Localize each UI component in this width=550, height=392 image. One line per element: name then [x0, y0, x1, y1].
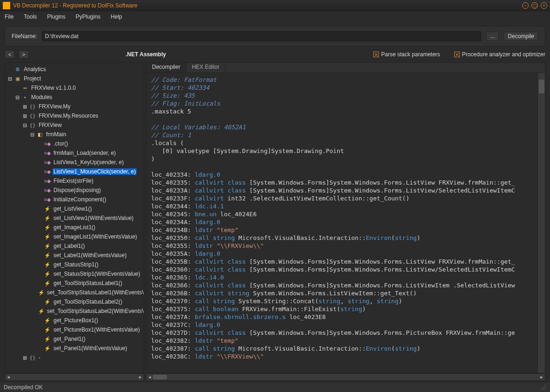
tree-row[interactable]: ⚡get_ToolStripStatusLabel1() [5, 279, 144, 288]
tree-row[interactable]: ⚡set_StatusStrip1(WithEventsValue) [5, 269, 144, 279]
scrollbar-thumb[interactable] [539, 80, 544, 93]
expand-icon[interactable]: ⊟ [22, 122, 27, 128]
tree-item-label: ListView1_MouseClick(sender, e) [53, 168, 137, 175]
tab-hex-editor[interactable]: HEX Editor [186, 63, 225, 73]
minimize-icon[interactable]: − [522, 2, 529, 9]
tree-item-label: frmMain_Load(sender, e) [53, 150, 117, 156]
menu-pyplugins[interactable]: PyPlugins [74, 13, 102, 21]
tree-row[interactable]: ⊟{}FRXView [5, 120, 144, 130]
expand-icon[interactable]: ⊞ [22, 113, 27, 119]
tree-item-label: get_ListView1() [53, 206, 93, 212]
tree-item-label: Project [23, 75, 42, 82]
expand-icon[interactable]: ⊟ [14, 94, 20, 100]
editor-tabstrip: Decompiler HEX Editor [146, 63, 545, 73]
project-tree-panel: ⚙Analytics⊟▣Project•▪FRXView v1.1.0.0⊟▪M… [5, 62, 144, 373]
tree-item-label: set_StatusStrip1(WithEventsValue) [53, 271, 141, 277]
tree-row[interactable]: ⚡set_Label1(WithEventsValue) [5, 251, 144, 260]
expand-icon[interactable]: ⊟ [29, 132, 35, 138]
tree-row[interactable]: ⚡set_ImageList1(WithEventsValue) [5, 232, 144, 241]
menu-file[interactable]: File [3, 13, 15, 21]
tree-row[interactable]: ≡◆InitializeComponent() [5, 195, 144, 204]
code-horizontal-scrollbar[interactable]: ◄ ► [146, 373, 545, 381]
tree-row[interactable]: ⚡get_ListView1() [5, 204, 144, 213]
tree-row[interactable]: ⚙Analytics [5, 65, 144, 74]
tree-row[interactable]: ⚡set_ToolStripStatusLabel1(WithEventsVal… [5, 288, 144, 297]
tree-row[interactable]: ⊞{}FRXView.My [5, 102, 144, 111]
tree-horizontal-scrollbar[interactable]: ◄ ► [5, 373, 144, 381]
tree-row[interactable]: •▪FRXView v1.1.0.0 [5, 83, 144, 93]
tree-row[interactable]: ⚡set_PictureBox1(WithEventsValue) [5, 325, 144, 334]
svg-rect-2 [544, 387, 545, 388]
tree-row[interactable]: ⚡set_Panel1(WithEventsValue) [5, 344, 144, 353]
scroll-right-icon[interactable]: ► [538, 374, 545, 380]
tree-row[interactable]: ⚡get_ToolStripStatusLabel2() [5, 297, 144, 306]
tree-item-label: FRXView.My [38, 103, 71, 110]
menu-tools[interactable]: Tools [22, 13, 39, 21]
tree-row[interactable]: ⚡set_ToolStripStatusLabel2(WithEventsVal… [5, 306, 144, 316]
titlebar: VB Decompiler 12 - Registered to DotFix … [0, 0, 550, 11]
tree-item-label: set_ToolStripStatusLabel2(WithEventsValu… [46, 308, 144, 314]
tree-item-label: - [38, 354, 41, 361]
nav-forward-button[interactable]: > [19, 50, 29, 59]
tree-row[interactable]: ⊟▪Modules [5, 93, 144, 102]
tree-row[interactable]: ⚡get_StatusStrip1() [5, 260, 144, 269]
tab-decompiler[interactable]: Decompiler [146, 63, 186, 73]
code-view[interactable]: // Code: FatFormat // Start: 402334 // S… [146, 73, 537, 373]
scroll-left-icon[interactable]: ◄ [146, 374, 153, 380]
project-tree[interactable]: ⚙Analytics⊟▣Project•▪FRXView v1.1.0.0⊟▪M… [5, 63, 144, 373]
tree-item-label: Modules [30, 94, 53, 100]
expand-icon[interactable]: ⊞ [22, 355, 27, 361]
checkbox-icon: ✕ [373, 52, 379, 57]
tree-row[interactable]: ≡◆frmMain_Load(sender, e) [5, 148, 144, 158]
tree-item-label: set_PictureBox1(WithEventsValue) [53, 326, 141, 333]
nav-back-button[interactable]: < [5, 50, 15, 59]
tree-row[interactable]: ⚡get_ImageList1() [5, 223, 144, 232]
check-parse-stack-label: Parse stack parameters [381, 51, 440, 58]
tree-item-label: Analytics [23, 66, 47, 73]
tree-row[interactable]: ≡◆FileExist(strFile) [5, 176, 144, 186]
close-icon[interactable]: × [541, 2, 547, 9]
check-proc-analyzer[interactable]: ✕ Procedure analyzer and optimizer [454, 51, 545, 58]
tree-row[interactable]: ⊟▣Project [5, 74, 144, 83]
tree-item-label: set_ToolStripStatusLabel1(WithEventsValu… [46, 289, 144, 296]
tree-row[interactable]: ≡◆.ctor() [5, 139, 144, 148]
assembly-type-label: .NET Assembly [126, 51, 166, 58]
tree-item-label: set_Panel1(WithEventsValue) [53, 345, 128, 352]
tree-row[interactable]: ⚡get_Label1() [5, 241, 144, 251]
scroll-right-icon[interactable]: ► [137, 374, 144, 380]
decompile-button[interactable]: Decompile [504, 32, 538, 41]
filename-input[interactable] [42, 31, 482, 41]
status-text: Decompiled OK [4, 384, 43, 391]
svg-rect-5 [544, 389, 545, 390]
tree-item-label: frmMain [45, 131, 67, 138]
menubar: File Tools Plugins PyPlugins Help [0, 11, 550, 22]
scroll-left-icon[interactable]: ◄ [5, 374, 12, 380]
vertical-scrollbar[interactable] [537, 73, 545, 373]
menu-plugins[interactable]: Plugins [45, 13, 67, 21]
scrollbar-thumb[interactable] [153, 375, 167, 379]
window-title: VB Decompiler 12 - Registered to DotFix … [13, 2, 522, 9]
tree-item-label: InitializeComponent() [53, 196, 107, 203]
tree-row[interactable]: ⊞{}- [5, 353, 144, 362]
check-parse-stack[interactable]: ✕ Parse stack parameters [373, 51, 440, 58]
checkbox-icon: ✕ [454, 52, 460, 57]
resize-grip-icon[interactable] [540, 384, 546, 391]
tree-row[interactable]: ⊟◧frmMain [5, 130, 144, 139]
expand-icon[interactable]: ⊞ [22, 104, 27, 110]
browse-button[interactable]: ... [486, 32, 499, 41]
tree-row[interactable]: ≡◆ListView1_MouseClick(sender, e) [5, 167, 144, 176]
svg-rect-1 [543, 387, 543, 388]
tree-row[interactable]: ⊞{}FRXView.My.Resources [5, 111, 144, 120]
tree-row[interactable]: ⚡get_Panel1() [5, 334, 144, 344]
tree-row[interactable]: ⚡set_ListView1(WithEventsValue) [5, 213, 144, 223]
svg-rect-4 [543, 389, 543, 390]
filename-label: FileName: [12, 33, 37, 40]
tree-row[interactable]: ⚡get_PictureBox1() [5, 316, 144, 325]
maximize-icon[interactable]: ▢ [531, 2, 538, 9]
menu-help[interactable]: Help [109, 13, 124, 21]
tree-row[interactable]: ≡◆Dispose(disposing) [5, 186, 144, 195]
check-proc-analyzer-label: Procedure analyzer and optimizer [462, 51, 545, 58]
expand-icon[interactable]: ⊟ [7, 76, 13, 82]
svg-rect-3 [541, 389, 542, 390]
tree-row[interactable]: ≡◆ListView1_KeyUp(sender, e) [5, 158, 144, 167]
